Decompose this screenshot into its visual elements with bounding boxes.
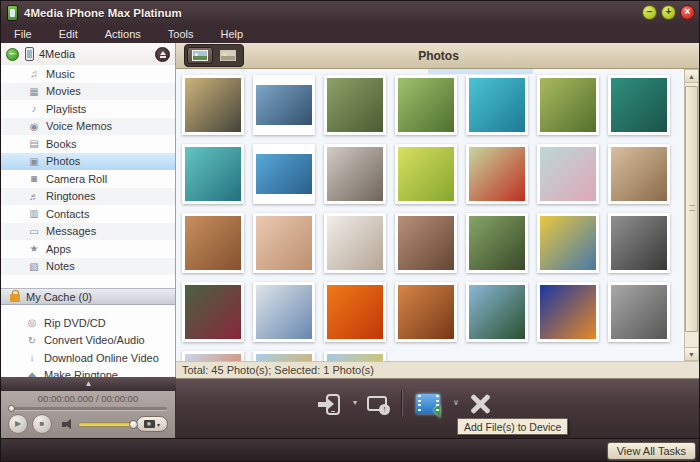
lock-icon xyxy=(10,294,20,302)
sidebar-item-books[interactable]: ▤Books xyxy=(1,135,175,153)
menu-edit[interactable]: Edit xyxy=(59,28,78,40)
scrollbar-thumb[interactable] xyxy=(685,86,698,332)
sidebar-item-messages[interactable]: ▭Messages xyxy=(1,223,175,241)
partially-scrolled-selected-photo xyxy=(428,69,533,74)
tool-item-rip-dvd-cd[interactable]: ◎Rip DVD/CD xyxy=(1,314,175,332)
seek-thumb[interactable] xyxy=(8,405,15,412)
photo-thumbnail-zebras[interactable] xyxy=(182,75,244,135)
volume-slider[interactable] xyxy=(78,422,136,427)
photo-image xyxy=(469,285,525,339)
view-toggle-group xyxy=(184,44,244,67)
camera-icon xyxy=(144,420,155,428)
photo-thumbnail-bunnies-in-cups[interactable] xyxy=(395,144,457,204)
photo-thumbnail-beach-coast[interactable] xyxy=(253,144,315,204)
device-row[interactable]: − 4Media xyxy=(1,43,175,65)
menu-help[interactable]: Help xyxy=(220,28,243,40)
maximize-button[interactable]: + xyxy=(661,5,676,20)
photo-thumbnail-ladybug[interactable] xyxy=(466,144,528,204)
scroll-up-icon[interactable]: ▲ xyxy=(685,70,698,83)
close-button[interactable]: × xyxy=(680,5,695,20)
tool-item-label: Convert Video/Audio xyxy=(44,334,145,346)
player-collapse-handle[interactable]: ▲ xyxy=(1,377,176,391)
delete-button[interactable] xyxy=(469,393,491,416)
photo-thumbnail-sleeping-child[interactable] xyxy=(253,213,315,273)
arrow-into-phone-icon xyxy=(318,402,328,407)
tool-item-label: Download Online Video xyxy=(44,352,159,364)
tooltip: Add File(s) to Device xyxy=(457,418,568,435)
sidebar-item-voice-memos[interactable]: ◉Voice Memos xyxy=(1,118,175,136)
vertical-scrollbar[interactable]: ▲ ▼ xyxy=(684,69,699,361)
play-button[interactable]: ▶ xyxy=(8,414,28,434)
photo-thumbnail-lake-house[interactable] xyxy=(608,75,670,135)
sidebar-item-label: Ringtones xyxy=(46,190,96,202)
tool-item-download-online-video[interactable]: ↓Download Online Video xyxy=(1,349,175,367)
photo-thumbnail-pink-blossom-tree[interactable] xyxy=(537,144,599,204)
add-files-to-device-button[interactable] xyxy=(416,394,440,414)
add-files-dropdown-caret-icon[interactable]: ∨ xyxy=(453,398,459,407)
photo-thumbnail-desert-mesa[interactable] xyxy=(395,282,457,342)
photo-icon: ▣ xyxy=(27,156,41,167)
menu-actions[interactable]: Actions xyxy=(105,28,141,40)
tool-item-make-ringtone[interactable]: ◆Make Ringtone xyxy=(1,367,175,378)
sidebar-item-photos[interactable]: ▣Photos xyxy=(1,153,175,171)
photo-thumbnail-mountain-lake[interactable] xyxy=(253,75,315,135)
volume-thumb[interactable] xyxy=(129,420,138,429)
sidebar-item-camera-roll[interactable]: ◙Camera Roll xyxy=(1,170,175,188)
photo-thumbnail-koala[interactable] xyxy=(608,282,670,342)
seek-slider[interactable] xyxy=(9,407,167,410)
photo-thumbnail-sleeping-pug[interactable] xyxy=(608,144,670,204)
camera-dropdown-caret-icon[interactable]: ▾ xyxy=(157,421,160,428)
photo-thumbnail-guinea-pig[interactable] xyxy=(395,213,457,273)
photo-thumbnail-tropical-bay[interactable] xyxy=(182,144,244,204)
scroll-down-icon[interactable]: ▼ xyxy=(685,347,698,360)
photo-thumbnail-jellyfish[interactable] xyxy=(537,282,599,342)
photo-thumbnail-turquoise-lake[interactable] xyxy=(466,75,528,135)
photo-thumbnail-orange-flower[interactable] xyxy=(324,282,386,342)
sidebar-item-playlists[interactable]: ♪Playlists xyxy=(1,100,175,118)
photo-thumbnail-green-hills[interactable] xyxy=(537,75,599,135)
photo-thumbnail-white-puppy[interactable] xyxy=(324,213,386,273)
sidebar-item-music[interactable]: ♫Music xyxy=(1,65,175,83)
toolbar-separator xyxy=(401,391,402,417)
sidebar-item-apps[interactable]: ★Apps xyxy=(1,240,175,258)
sidebar-item-movies[interactable]: ▦Movies xyxy=(1,83,175,101)
photo-thumbnail-castle-river[interactable] xyxy=(324,75,386,135)
export-to-device-button[interactable] xyxy=(326,394,340,415)
photo-thumbnail-blue-white-street[interactable] xyxy=(253,282,315,342)
tool-item-convert-video-audio[interactable]: ↻Convert Video/Audio xyxy=(1,332,175,350)
photo-thumbnail-poodle-puppy[interactable] xyxy=(182,213,244,273)
menu-file[interactable]: File xyxy=(14,28,32,40)
photo-thumbnail-hydrangea[interactable] xyxy=(466,282,528,342)
film-clip-icon xyxy=(416,394,440,414)
photo-thumbnail-bw-forest[interactable] xyxy=(608,213,670,273)
transfer-to-device-button[interactable] xyxy=(367,396,387,413)
thumbnail-view-button[interactable] xyxy=(187,47,213,64)
photo-thumbnail-sunset-sky[interactable] xyxy=(182,351,244,361)
sidebar-item-notes[interactable]: ▧Notes xyxy=(1,258,175,276)
tool-item-label: Rip DVD/CD xyxy=(44,317,106,329)
view-all-tasks-button[interactable]: View All Tasks xyxy=(607,442,696,460)
sidebar-item-my-cache[interactable]: My Cache (0) xyxy=(1,288,175,305)
snapshot-button[interactable]: ▾ xyxy=(136,416,168,432)
sidebar-item-ringtones[interactable]: ♬Ringtones xyxy=(1,188,175,206)
menu-tools[interactable]: Tools xyxy=(168,28,194,40)
collapse-device-icon[interactable]: − xyxy=(6,48,19,61)
eject-icon[interactable] xyxy=(155,47,170,62)
photo-thumbnail-sunset-field[interactable] xyxy=(537,213,599,273)
photo-thumbnail-forest-boats[interactable] xyxy=(395,75,457,135)
status-bar: Total: 45 Photo(s); Selected: 1 Photo(s) xyxy=(176,361,700,379)
export-dropdown-caret-icon[interactable]: ▾ xyxy=(353,398,357,407)
sidebar-item-contacts[interactable]: ▥Contacts xyxy=(1,205,175,223)
list-view-button[interactable] xyxy=(215,47,241,64)
photo-thumbnail-bunny-rabbit[interactable] xyxy=(324,144,386,204)
photo-thumbnail-red-cloak-figure[interactable] xyxy=(182,282,244,342)
sidebar-item-label: Camera Roll xyxy=(46,173,107,185)
photo-image xyxy=(398,147,454,201)
photo-thumbnail-kites-in-sky[interactable] xyxy=(253,351,315,361)
stop-button[interactable]: ■ xyxy=(32,414,52,434)
minimize-button[interactable]: − xyxy=(642,5,657,20)
photo-thumbnail-chimpanzee[interactable] xyxy=(466,213,528,273)
photo-image xyxy=(256,354,312,361)
photo-thumbnail-yellow-flowers[interactable] xyxy=(324,351,386,361)
photo-image xyxy=(185,147,241,201)
